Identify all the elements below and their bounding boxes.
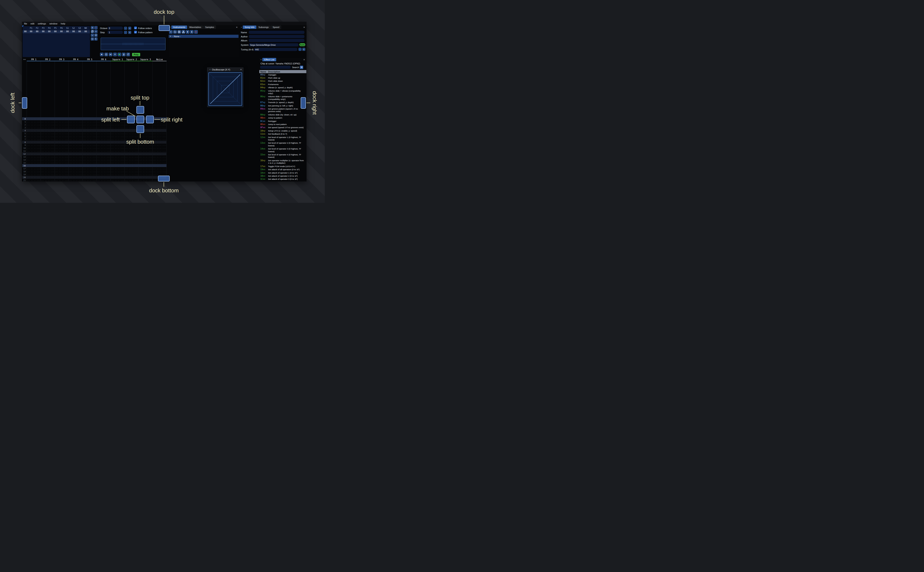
pattern-cell[interactable]: ... .. .. .... xyxy=(153,174,167,176)
tab-song-info[interactable]: Song Info xyxy=(243,25,256,29)
orders-col-F6[interactable]: F6 xyxy=(58,27,64,30)
oscilloscope-titlebar[interactable]: Oscilloscope (X-Y) ✕ xyxy=(207,68,243,71)
pattern-cell[interactable]: ... .. .. .... xyxy=(55,153,69,155)
pattern-cell[interactable]: ... .. .. .... xyxy=(69,121,83,123)
pattern-cell[interactable]: ... .. .. .... xyxy=(153,124,167,126)
expand-channels-button[interactable]: ++ xyxy=(23,58,26,61)
author-input[interactable] xyxy=(249,35,304,38)
pattern-cell[interactable]: ... .. .. .... xyxy=(41,135,55,137)
pattern-cell[interactable]: ... .. .. .... xyxy=(111,130,125,132)
effect-row-0Bxx[interactable]: 0BxxJump to pattern xyxy=(259,117,306,120)
orders-col-F3[interactable]: F3 xyxy=(40,27,46,30)
pattern-cell[interactable]: ... .. .. .... xyxy=(69,156,83,158)
pattern-cell[interactable]: ... .. .. .... xyxy=(111,147,125,149)
pattern-cell[interactable]: ... .. .. .... xyxy=(153,165,167,166)
channel-header-square-3[interactable]: Square 3 xyxy=(139,58,153,61)
pattern-cell[interactable]: ... .. .. .... xyxy=(27,130,41,132)
tuning-input[interactable]: 440 xyxy=(254,48,297,51)
split-target-left[interactable] xyxy=(127,116,135,123)
orders-value-F2[interactable]: 00 xyxy=(34,30,40,33)
effect-row-14xx[interactable]: 14xxSet level of operator 3 (0 highest, … xyxy=(259,148,306,153)
pattern-cell[interactable]: ... .. .. .... xyxy=(55,174,69,176)
orders-value-N0[interactable]: 00 xyxy=(83,30,89,33)
pattern-cell[interactable]: ... .. .. .... xyxy=(125,165,139,166)
collapse-arrow-icon[interactable] xyxy=(259,58,262,61)
pattern-cell[interactable]: ... .. .. .... xyxy=(83,150,97,152)
pattern-cell[interactable]: ... .. .. .... xyxy=(97,176,111,178)
close-instruments-button[interactable]: ✕ xyxy=(235,25,239,29)
pattern-cell[interactable]: ... .. .. .... xyxy=(69,132,83,134)
channel-header-fm-4[interactable]: FM 4 xyxy=(69,58,83,61)
pattern-cell[interactable]: ... .. .. .... xyxy=(55,176,69,178)
pattern-cell[interactable]: ... .. .. .... xyxy=(27,138,41,140)
pattern-cell[interactable]: ... .. .. .... xyxy=(69,150,83,152)
pattern-cell[interactable]: ... .. .. .... xyxy=(55,159,69,161)
pattern-cell[interactable]: ... .. .. .... xyxy=(97,144,111,146)
orders-col-F4[interactable]: F4 xyxy=(46,27,52,30)
pattern-cell[interactable]: ... .. .. .... xyxy=(69,147,83,149)
album-input[interactable] xyxy=(249,39,304,42)
pattern-cell[interactable]: ... .. .. .... xyxy=(111,165,125,166)
move-order-up-button[interactable] xyxy=(94,30,98,33)
pattern-cell[interactable]: ... .. .. .... xyxy=(83,135,97,137)
pattern-cell[interactable]: ... .. .. .... xyxy=(97,141,111,143)
step-input[interactable]: 1 xyxy=(108,31,123,34)
pattern-cell[interactable]: ... .. .. .... xyxy=(69,141,83,143)
pattern-cell[interactable]: ... .. .. .... xyxy=(41,156,55,158)
tuning-increase-button[interactable]: + xyxy=(302,48,305,51)
pattern-cell[interactable]: ... .. .. .... xyxy=(27,159,41,161)
pattern-cell[interactable]: ... .. .. .... xyxy=(41,162,55,164)
pattern-cell[interactable]: ... .. .. .... xyxy=(27,176,41,178)
channel-header-fm-1[interactable]: FM 1 xyxy=(27,58,41,61)
pattern-cell[interactable]: ... .. .. .... xyxy=(55,171,69,173)
effect-row-01xx[interactable]: 01xxPitch slide up xyxy=(259,76,306,79)
pattern-cell[interactable]: ... .. .. .... xyxy=(111,144,125,146)
pattern-cell[interactable]: ... .. .. .... xyxy=(27,135,41,137)
close-oscilloscope-button[interactable]: ✕ xyxy=(239,68,243,71)
pattern-cell[interactable]: ... .. .. .... xyxy=(139,176,153,178)
pattern-cell[interactable]: ... .. .. .... xyxy=(69,127,83,129)
pattern-cell[interactable]: ... .. .. .... xyxy=(69,179,83,181)
close-song-info-button[interactable]: ✕ xyxy=(302,25,306,29)
pattern-cell[interactable]: ... .. .. .... xyxy=(153,153,167,155)
pattern-cell[interactable]: ... .. .. .... xyxy=(41,147,55,149)
pattern-cell[interactable]: ... .. .. .... xyxy=(41,138,55,140)
effect-row-00xy[interactable]: 00xyArpeggio xyxy=(259,73,306,76)
pattern-cell[interactable]: ... .. .. .... xyxy=(83,144,97,146)
step-increase-button[interactable]: + xyxy=(128,31,131,34)
menu-file[interactable]: file xyxy=(24,22,27,25)
follow-orders-checkbox[interactable] xyxy=(134,26,137,29)
pattern-cell[interactable]: ... .. .. .... xyxy=(139,174,153,176)
pattern-cell[interactable]: ... .. .. .... xyxy=(41,127,55,129)
pattern-cell[interactable]: ... .. .. .... xyxy=(153,127,167,129)
step-one-row-button[interactable] xyxy=(113,53,117,56)
pattern-cell[interactable]: ... .. .. .... xyxy=(125,159,139,161)
pattern-cell[interactable]: ... .. .. .... xyxy=(153,168,167,169)
play-from-beginning-button[interactable] xyxy=(104,53,108,56)
pattern-cell[interactable]: ... .. .. .... xyxy=(153,132,167,134)
orders-col-F5[interactable]: F5 xyxy=(52,27,58,30)
close-effect-list-button[interactable]: ✕ xyxy=(302,58,306,61)
split-target-bottom[interactable] xyxy=(136,125,144,133)
pattern-cell[interactable]: ... .. .. .... xyxy=(97,171,111,173)
pattern-cell[interactable]: ... .. .. .... xyxy=(69,130,83,132)
effect-row-10xy[interactable]: 10xySetup LFO (x: enable; y: speed) xyxy=(259,129,306,132)
move-instrument-down-button[interactable] xyxy=(190,30,193,34)
pattern-cell[interactable]: ... .. .. .... xyxy=(125,168,139,169)
channel-header-fm-6[interactable]: FM 6 xyxy=(97,58,111,61)
pattern-cell[interactable]: ... .. .. .... xyxy=(153,156,167,158)
menu-window[interactable]: window xyxy=(49,22,57,25)
orders-value-S3[interactable]: 00 xyxy=(76,30,83,33)
order-change-mode-button[interactable] xyxy=(91,37,94,40)
tuning-decrease-button[interactable]: - xyxy=(299,48,302,51)
pattern-cell[interactable]: ... .. .. .... xyxy=(41,118,55,120)
order-edit-mode-button[interactable] xyxy=(94,37,98,40)
channel-header-noise[interactable]: Noise xyxy=(153,58,167,61)
pattern-cell[interactable]: ... .. .. .... xyxy=(125,150,139,152)
menu-help[interactable]: help xyxy=(61,22,65,25)
pattern-cell[interactable]: ... .. .. .... xyxy=(111,138,125,140)
pattern-cell[interactable]: ... .. .. .... xyxy=(55,150,69,152)
pattern-cell[interactable]: ... .. .. .... xyxy=(111,168,125,169)
effect-row-05xy[interactable]: 05xyVolume slide + vibrato (compatibilit… xyxy=(259,89,306,95)
move-instrument-up-button[interactable] xyxy=(186,30,189,34)
